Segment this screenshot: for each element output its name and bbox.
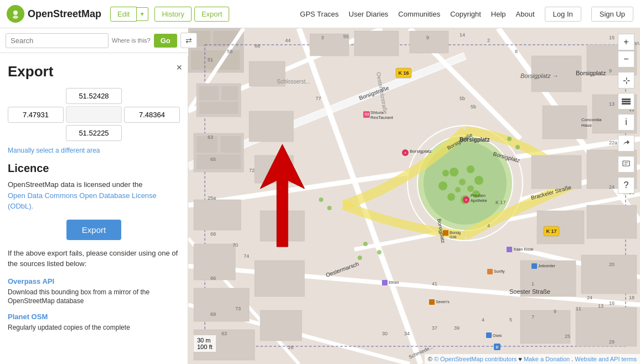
svg-text:70: 70 [233,242,238,248]
svg-text:58: 58 [227,49,233,54]
svg-rect-72 [410,31,448,53]
svg-rect-45 [197,136,218,153]
svg-text:K 16: K 16 [398,70,409,76]
svg-text:9: 9 [609,68,612,74]
gps-traces-link[interactable]: GPS Traces [300,10,339,18]
user-diaries-link[interactable]: User Diaries [349,10,389,18]
svg-text:55: 55 [343,34,349,39]
coord-right-input[interactable] [124,107,180,123]
scale-meters: 30 m [197,337,213,344]
svg-rect-62 [531,155,581,189]
svg-rect-49 [194,244,235,280]
svg-text:66: 66 [255,43,260,49]
coord-left-cell [8,106,64,123]
map-controls: + − ⊹ i ? [618,34,634,194]
attribution-osm-link[interactable]: © OpenStreetMap contributors [434,356,517,362]
svg-text:Oses: Oses [493,334,502,337]
svg-text:44: 44 [285,38,291,43]
signup-button[interactable]: Sign Up [591,7,633,22]
edit-caret-button[interactable]: ▾ [137,7,148,21]
svg-rect-97 [443,230,448,236]
svg-point-1 [13,11,18,15]
zoom-in-button[interactable]: + [618,34,634,50]
svg-text:22a: 22a [609,140,617,145]
map-area[interactable]: Borsigstraße Borsigplatz Borsigstraße Bo… [188,28,640,364]
login-button[interactable]: Log In [545,7,581,22]
share-button[interactable] [618,135,634,152]
odbl-link[interactable]: Open Data Commons Open Database License … [8,191,157,211]
svg-text:4: 4 [487,223,490,228]
svg-text:Grill: Grill [450,235,457,239]
svg-text:37: 37 [432,325,437,331]
coord-middle-spacer [66,106,122,123]
svg-rect-106 [429,299,435,305]
svg-point-25 [450,168,458,176]
scale-feet: 100 ft [197,344,213,350]
svg-text:Seven's: Seven's [436,300,450,304]
export-action-button[interactable]: Export [66,220,121,240]
coord-left-input[interactable] [8,107,64,123]
svg-text:Shtura: Shtura [370,110,384,115]
info-button[interactable]: i [618,114,634,131]
about-link[interactable]: About [516,10,535,18]
svg-point-33 [459,179,466,185]
overpass-api-link[interactable]: Overpass API [8,277,180,285]
svg-text:29: 29 [609,339,615,345]
header: OpenStreetMap Edit ▾ History Export GPS … [0,0,640,28]
svg-rect-47 [197,154,241,169]
manual-select-link[interactable]: Manually select a different area [8,147,180,154]
svg-rect-60 [543,106,587,139]
history-button[interactable]: History [154,7,191,22]
coord-top-input[interactable] [66,88,122,104]
svg-point-35 [467,185,474,192]
svg-rect-185 [622,103,631,105]
svg-rect-42 [221,86,238,100]
svg-text:18: 18 [629,295,634,300]
svg-text:68: 68 [210,231,216,237]
edit-button[interactable]: Edit [110,7,137,22]
svg-rect-41 [199,86,219,100]
svg-text:🍽: 🍽 [365,112,369,116]
export-fallback-text: If the above export fails, please consid… [8,248,180,269]
svg-rect-186 [623,161,629,166]
where-is-this-label: Where is this? [112,37,151,44]
svg-text:Kaan Kiosk: Kaan Kiosk [514,247,534,251]
directions-button[interactable]: ⇄ [180,33,197,48]
export-button[interactable]: Export [194,7,230,22]
svg-text:39: 39 [454,325,460,331]
svg-rect-46 [220,136,241,153]
svg-rect-102 [487,269,493,274]
close-button[interactable]: × [176,62,182,74]
search-bar: Where is this? Go ⇄ [0,28,188,53]
svg-text:65: 65 [210,157,216,162]
attribution-donate-link[interactable]: Make a Donation [524,356,570,362]
svg-text:9: 9 [554,309,556,314]
svg-rect-43 [199,102,238,114]
locate-button[interactable]: ⊹ [618,72,634,89]
svg-text:Borsigplatz: Borsigplatz [460,137,489,143]
zoom-out-button[interactable]: − [618,51,634,67]
svg-point-34 [455,187,461,193]
copyright-link[interactable]: Copyright [450,10,481,18]
feedback-button[interactable] [618,156,634,173]
layers-button[interactable] [618,93,634,110]
svg-text:Borsigplatz →: Borsigplatz → [520,72,558,79]
go-button[interactable]: Go [154,34,177,48]
svg-text:+: + [404,150,407,155]
logo-area: OpenStreetMap [7,5,101,23]
svg-rect-184 [622,101,631,102]
attribution-api-link[interactable]: Website and API terms [575,356,637,362]
svg-rect-54 [255,155,293,183]
svg-text:13: 13 [609,101,615,107]
svg-text:ResTaurant: ResTaurant [370,115,394,120]
search-input[interactable] [6,33,109,48]
coord-bottom-input[interactable] [66,125,122,141]
help-map-button[interactable]: ? [618,177,634,194]
help-link[interactable]: Help [491,10,506,18]
planet-osm-link[interactable]: Planet OSM [8,313,180,321]
svg-text:Borsig: Borsig [450,231,461,235]
svg-rect-48 [194,200,241,230]
communities-link[interactable]: Communities [398,10,440,18]
svg-text:74: 74 [244,253,249,259]
coord-top-cell [66,88,122,104]
